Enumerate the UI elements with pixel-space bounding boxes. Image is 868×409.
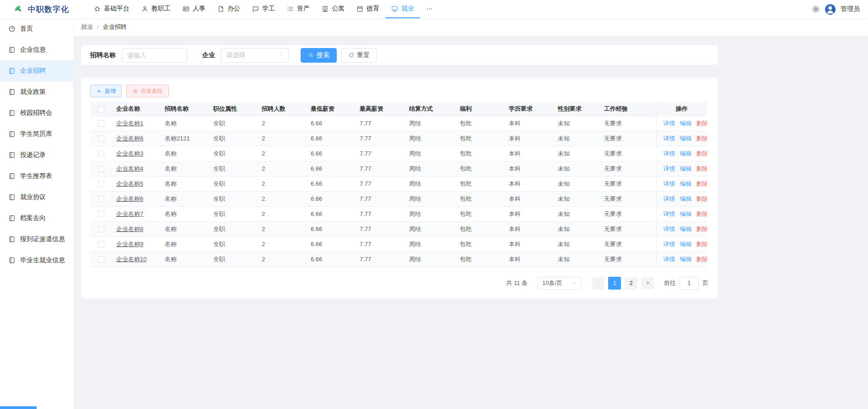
edit-link[interactable]: 编辑 [680, 165, 692, 172]
sidebar-item-报到证派遣信息[interactable]: 报到证派遣信息 [0, 229, 73, 250]
cell-settle: 周结 [404, 237, 455, 252]
detail-link[interactable]: 详情 [663, 241, 675, 248]
edit-link[interactable]: 编辑 [680, 210, 692, 217]
next-page-button[interactable] [641, 277, 654, 290]
add-button[interactable]: 新增 [90, 85, 122, 97]
top-nav-item-德育[interactable]: 德育 [350, 0, 385, 18]
column-header: 操作 [656, 102, 707, 116]
edit-link[interactable]: 编辑 [680, 135, 692, 142]
pagination: 共 11 条 10条/页 12 前往 页 [90, 277, 708, 290]
batch-delete-button[interactable]: 批量删除 [126, 85, 169, 97]
edit-link[interactable]: 编辑 [680, 195, 692, 202]
sidebar-item-就业协议[interactable]: 就业协议 [0, 187, 73, 208]
row-checkbox[interactable] [98, 196, 104, 202]
goto-page-input[interactable] [679, 277, 699, 290]
edit-link[interactable]: 编辑 [680, 256, 692, 263]
reset-button[interactable]: 重置 [341, 48, 377, 63]
company-name-link[interactable]: 企业名称10 [116, 256, 146, 263]
delete-link[interactable]: 删除 [696, 120, 707, 127]
top-nav-item-公寓[interactable]: 公寓 [316, 0, 350, 18]
top-nav-item-就业[interactable]: 就业 [385, 0, 420, 18]
calendar-icon [356, 5, 363, 12]
delete-link[interactable]: 删除 [696, 165, 707, 172]
company-name-link[interactable]: 企业名称3 [116, 150, 143, 157]
brand[interactable]: 中职数字化 [12, 4, 81, 15]
top-nav-item-学工[interactable]: 学工 [246, 0, 281, 18]
row-checkbox[interactable] [98, 166, 104, 172]
edit-link[interactable]: 编辑 [680, 226, 692, 232]
user-avatar[interactable] [825, 4, 836, 15]
detail-link[interactable]: 详情 [663, 150, 675, 157]
sidebar-bottom-bar[interactable] [0, 406, 37, 409]
detail-link[interactable]: 详情 [663, 180, 675, 187]
detail-link[interactable]: 详情 [663, 135, 675, 142]
cell-title: 名称 [160, 176, 209, 191]
recruit-name-input[interactable] [122, 48, 187, 63]
sidebar-item-学生简历库[interactable]: 学生简历库 [0, 124, 73, 145]
edit-link[interactable]: 编辑 [680, 150, 692, 157]
company-name-link[interactable]: 企业名称6 [116, 195, 143, 202]
sidebar-item-校园招聘会[interactable]: 校园招聘会 [0, 102, 73, 124]
sidebar-item-档案去向[interactable]: 档案去向 [0, 208, 73, 229]
select-all-checkbox[interactable] [98, 106, 104, 113]
page-button-1[interactable]: 1 [608, 277, 621, 290]
delete-link[interactable]: 删除 [696, 226, 707, 232]
row-checkbox[interactable] [98, 256, 104, 263]
company-name-link[interactable]: 企业名称4 [116, 165, 143, 172]
edit-link[interactable]: 编辑 [680, 120, 692, 127]
username-label[interactable]: 管理员 [841, 5, 860, 13]
sidebar-item-企业信息[interactable]: 企业信息 [0, 39, 73, 60]
company-name-link[interactable]: 企业名称8 [116, 226, 143, 232]
company-name-link[interactable]: 企业名称5 [116, 180, 143, 187]
sidebar-item-首页[interactable]: 首页 [0, 18, 73, 39]
company-name-link[interactable]: 企业名称7 [116, 210, 143, 217]
detail-link[interactable]: 详情 [663, 195, 675, 202]
search-button[interactable]: 搜索 [301, 48, 337, 63]
cell-edu: 本科 [504, 206, 553, 221]
row-checkbox[interactable] [98, 120, 104, 127]
sidebar-item-投递记录[interactable]: 投递记录 [0, 145, 73, 166]
delete-link[interactable]: 删除 [696, 135, 707, 142]
row-checkbox[interactable] [98, 226, 104, 232]
delete-link[interactable]: 删除 [696, 256, 707, 263]
detail-link[interactable]: 详情 [663, 226, 675, 232]
sidebar-item-企业招聘[interactable]: 企业招聘 [0, 60, 73, 81]
detail-link[interactable]: 详情 [663, 210, 675, 217]
prev-page-button[interactable] [592, 277, 604, 290]
top-nav-item-more[interactable] [420, 0, 439, 18]
detail-link[interactable]: 详情 [663, 165, 675, 172]
top-nav-item-资产[interactable]: 资产 [281, 0, 316, 18]
row-checkbox[interactable] [98, 211, 104, 217]
reset-button-label: 重置 [357, 51, 370, 59]
row-checkbox[interactable] [98, 151, 104, 157]
row-checkbox[interactable] [98, 181, 104, 187]
detail-link[interactable]: 详情 [663, 256, 675, 263]
detail-link[interactable]: 详情 [663, 120, 675, 127]
top-nav-item-教职工[interactable]: 教职工 [135, 0, 177, 18]
row-checkbox[interactable] [98, 241, 104, 248]
row-checkbox[interactable] [98, 135, 104, 142]
edit-link[interactable]: 编辑 [680, 180, 692, 187]
settings-gear-icon[interactable] [812, 5, 820, 13]
company-select[interactable]: 请选择 [221, 48, 289, 63]
company-name-link[interactable]: 企业名称9 [116, 241, 143, 248]
breadcrumb-section[interactable]: 就业 [81, 23, 93, 31]
sidebar-item-学生推荐表[interactable]: 学生推荐表 [0, 166, 73, 187]
cell-gender: 未知 [553, 191, 599, 206]
sidebar-item-毕业生就业信息[interactable]: 毕业生就业信息 [0, 250, 73, 271]
top-nav-item-办公[interactable]: 办公 [211, 0, 246, 18]
user-icon [141, 5, 148, 12]
delete-link[interactable]: 删除 [696, 241, 707, 248]
sidebar-item-就业政策[interactable]: 就业政策 [0, 81, 73, 102]
delete-link[interactable]: 删除 [696, 195, 707, 202]
top-nav-item-基础平台[interactable]: 基础平台 [88, 0, 135, 18]
delete-link[interactable]: 删除 [696, 180, 707, 187]
page-button-2[interactable]: 2 [625, 277, 637, 290]
delete-link[interactable]: 删除 [696, 210, 707, 217]
top-nav-item-人事[interactable]: 人事 [177, 0, 211, 18]
edit-link[interactable]: 编辑 [680, 241, 692, 248]
page-size-select[interactable]: 10条/页 [538, 277, 582, 290]
company-name-link[interactable]: 企业名称6 [116, 135, 143, 142]
delete-link[interactable]: 删除 [696, 150, 707, 157]
company-name-link[interactable]: 企业名称1 [116, 120, 143, 127]
